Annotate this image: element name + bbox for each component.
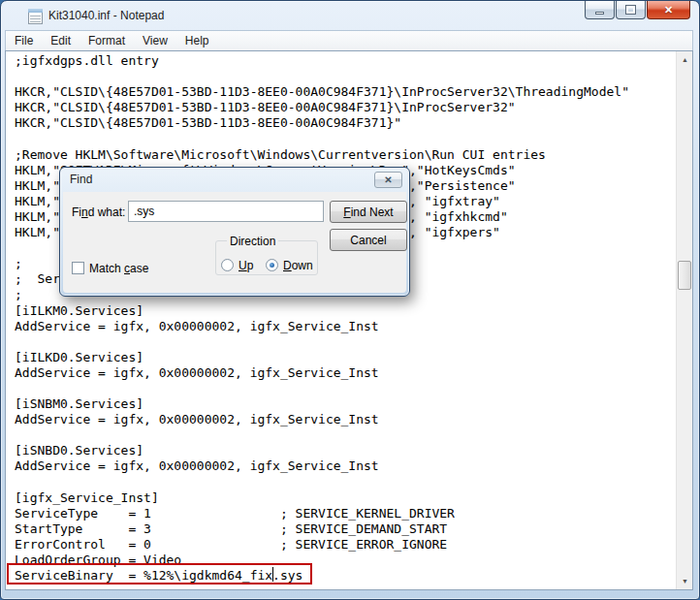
editor-line: [iSNBM0.Services] [15, 396, 676, 412]
editor-line: AddService = igfx, 0x00000002, igfx_Serv… [15, 365, 676, 381]
notepad-icon-line [30, 16, 41, 16]
editor-line [15, 381, 676, 396]
scroll-up-button[interactable]: ▲ [677, 51, 693, 68]
editor-line: [iSNBD0.Services] [15, 443, 676, 458]
direction-label: Direction [227, 235, 278, 248]
direction-down-label[interactable]: Down [283, 259, 313, 272]
notepad-window: Kit31040.inf - Notepad ✕ FileEditFormatV… [0, 0, 700, 600]
editor-line: AddService = igfx, 0x00000002, igfx_Serv… [15, 412, 676, 427]
find-what-label: Find what: [72, 205, 125, 219]
editor-line: StartType = 3 ; SERVICE_DEMAND_START [15, 521, 676, 537]
editor-line: HKCR,"CLSID\{48E57D01-53BD-11D3-8EE0-00A… [15, 100, 676, 115]
cancel-button[interactable]: Cancel [330, 229, 407, 251]
menubar: FileEditFormatViewHelp [5, 30, 693, 50]
editor-line [15, 427, 676, 443]
editor-line: AddService = igfx, 0x00000002, igfx_Serv… [15, 458, 676, 474]
notepad-icon [28, 9, 43, 24]
editor-line [15, 131, 676, 146]
editor-line [15, 475, 676, 490]
menu-view[interactable]: View [134, 32, 176, 49]
close-icon: ✕ [384, 175, 392, 185]
find-dialog-title[interactable]: Find [70, 173, 92, 186]
scrollbar-thumb[interactable] [678, 261, 691, 290]
find-next-button[interactable]: Find Next [330, 201, 407, 223]
editor-line: AddService = igfx, 0x00000002, igfx_Serv… [15, 319, 676, 334]
vertical-scrollbar[interactable]: ▲ ▼ [676, 51, 692, 589]
editor-line [15, 334, 676, 350]
notepad-icon-line [30, 18, 41, 19]
notepad-icon-binding [28, 9, 43, 13]
window-title: Kit31040.inf - Notepad [48, 9, 164, 22]
find-dialog: Find ✕ Find what: Find Next Cancel Direc… [59, 167, 410, 297]
close-button[interactable]: ✕ [647, 1, 690, 19]
menu-help[interactable]: Help [176, 32, 218, 49]
editor-lines: ;igfxdgps.dll entryHKCR,"CLSID\{48E57D01… [15, 53, 676, 584]
maximize-button[interactable] [616, 1, 646, 19]
find-dialog-close-button[interactable]: ✕ [374, 172, 402, 188]
window-controls: ✕ [584, 1, 690, 19]
minimize-button[interactable] [585, 1, 615, 19]
text-caret [272, 567, 273, 582]
find-what-input[interactable] [128, 201, 324, 222]
editor-line [15, 69, 676, 84]
scroll-down-button[interactable]: ▼ [677, 573, 693, 589]
direction-down-radio[interactable] [266, 259, 278, 271]
editor-line: HKCR,"CLSID\{48E57D01-53BD-11D3-8EE0-00A… [15, 84, 676, 100]
annotation-highlight-box [7, 563, 312, 584]
match-case-label[interactable]: Match case [89, 262, 148, 275]
editor-line: [iILKM0.Services] [15, 303, 676, 319]
find-dialog-body: Find what: Find Next Cancel Direction Up… [63, 192, 406, 293]
menu-format[interactable]: Format [80, 32, 134, 49]
editor-line: ;Remove HKLM\Software\Microsoft\Windows\… [15, 147, 676, 163]
editor-line: [iILKD0.Services] [15, 350, 676, 365]
direction-up-radio[interactable] [221, 259, 234, 271]
close-icon: ✕ [664, 5, 673, 16]
editor-line: [igfx_Service_Inst] [15, 490, 676, 506]
editor-line: HKCR,"CLSID\{48E57D01-53BD-11D3-8EE0-00A… [15, 115, 676, 131]
direction-up-label[interactable]: Up [239, 259, 253, 272]
editor-textarea[interactable]: ;igfxdgps.dll entryHKCR,"CLSID\{48E57D01… [6, 51, 676, 589]
editor-line: ErrorControl = 0 ; SERVICE_ERROR_IGNORE [15, 537, 676, 553]
notepad-icon-line [30, 21, 41, 22]
titlebar[interactable]: Kit31040.inf - Notepad ✕ [1, 1, 699, 30]
client-area: ;igfxdgps.dll entryHKCR,"CLSID\{48E57D01… [5, 50, 693, 590]
editor-line: ;igfxdgps.dll entry [15, 53, 676, 69]
editor-line: ServiceType = 1 ; SERVICE_KERNEL_DRIVER [15, 506, 676, 521]
menu-file[interactable]: File [6, 32, 42, 49]
maximize-icon [626, 6, 635, 14]
minimize-icon [595, 12, 604, 15]
match-case-checkbox[interactable] [72, 262, 84, 274]
menu-edit[interactable]: Edit [42, 32, 80, 49]
